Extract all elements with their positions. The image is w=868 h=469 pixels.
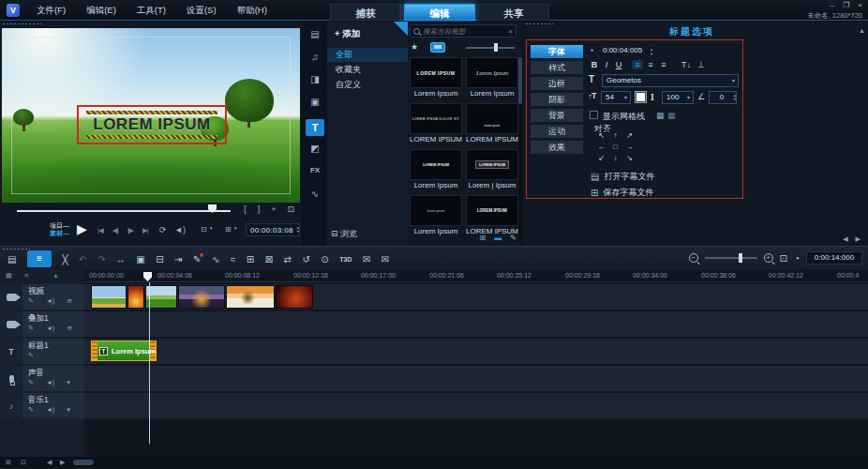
duration-spinner[interactable]: ▴▾ <box>651 48 652 56</box>
library-item[interactable]: LOREM IPSUM Lorem Ipsum <box>410 149 462 190</box>
thumbnail-view-icon[interactable] <box>430 42 445 53</box>
video-track-lane[interactable] <box>84 284 868 310</box>
fit-project-button[interactable]: ↔ <box>116 254 126 265</box>
save-subtitle-button[interactable]: ⊞ 保存字幕文件 <box>591 186 653 199</box>
playhead-marker[interactable] <box>143 272 152 281</box>
duration-value[interactable]: 0:00:04:005 <box>603 46 642 54</box>
fit-window-icon[interactable]: ⊡ <box>21 459 26 466</box>
video-clip-thumbnail[interactable] <box>276 285 313 309</box>
tab-style[interactable]: 样式 <box>531 61 583 74</box>
overlay-track-lane[interactable] <box>84 311 868 337</box>
import-media-icon[interactable]: ⊞ <box>480 234 486 242</box>
tab-edit[interactable]: 编辑 <box>404 4 475 21</box>
video-clip-thumbnail[interactable] <box>127 285 144 309</box>
vertical-text-button[interactable]: T↓ <box>679 60 694 69</box>
pencil-icon[interactable]: ✎ <box>28 406 34 414</box>
scroll-right-icon[interactable]: ▶ <box>856 235 861 243</box>
fit-timeline-window-icon[interactable]: ⊡ <box>780 253 787 264</box>
ripple-edit-icon[interactable]: ≋ <box>67 297 72 305</box>
line-spacing-select[interactable]: 100 ▾ <box>662 91 694 104</box>
motion-path-icon[interactable]: ∿ <box>303 189 327 199</box>
edit-title-icon[interactable]: ✎ <box>510 234 516 242</box>
music-track-lane[interactable] <box>84 393 868 418</box>
gallery-scrollbar[interactable] <box>518 57 522 241</box>
enlarge-dropdown-icon[interactable]: ▾ <box>234 225 237 231</box>
font-color-swatch[interactable] <box>635 91 647 103</box>
pencil-icon[interactable]: ✎ <box>28 297 34 305</box>
title-clip[interactable]: T Lorem Ipsum <box>91 340 157 361</box>
voice-track-lane[interactable] <box>84 366 868 391</box>
batch-convert-button[interactable]: ⇄ <box>284 254 292 265</box>
zoom-in-icon[interactable]: + <box>764 253 773 263</box>
align-right-center-button[interactable]: → <box>622 142 636 153</box>
slider-thumb[interactable] <box>739 253 742 263</box>
menu-tools[interactable]: 工具(T) <box>127 0 176 21</box>
trim-bar[interactable] <box>17 210 231 212</box>
minimize-button[interactable]: – <box>831 1 834 9</box>
show-grid-checkbox[interactable] <box>590 111 598 119</box>
scroll-left-icon[interactable]: ◀ <box>843 235 847 243</box>
preview-timecode[interactable]: 00:00:03:08 ▴▾ <box>246 223 300 236</box>
pencil-icon[interactable]: ✎ <box>28 352 34 359</box>
menu-edit[interactable]: 编辑(E) <box>76 0 127 21</box>
align-left-button[interactable]: ≡ <box>632 60 643 69</box>
safe-zone-button[interactable]: ⊡ <box>201 225 207 234</box>
track-manager-icon[interactable]: ⊞ <box>6 459 11 466</box>
record-capture-button[interactable]: ▣ <box>136 254 144 265</box>
motion-tracking-button[interactable]: ↺ <box>302 254 309 265</box>
align-center-center-button[interactable]: □ <box>608 142 622 153</box>
track-manager-button[interactable]: ⊠ <box>265 254 273 265</box>
timeline-view-button[interactable]: ≡ <box>27 250 52 267</box>
menu-settings[interactable]: 设置(S) <box>176 0 227 21</box>
project-scope-button[interactable]: 项目— <box>41 222 69 230</box>
template-icon[interactable]: ◩ <box>303 144 327 154</box>
clear-search-icon[interactable]: × <box>508 27 513 36</box>
zoom-out-icon[interactable]: − <box>689 253 698 263</box>
chevron-down-icon[interactable]: ▾ <box>67 406 70 414</box>
instant-project-icon[interactable]: ◨ <box>303 74 327 84</box>
undo-button[interactable]: ↶ <box>79 254 86 265</box>
chevron-down-icon[interactable]: ▾ <box>67 379 70 386</box>
tab-shadow[interactable]: 阴影 <box>531 93 583 106</box>
storyboard-view-button[interactable]: ▤ <box>7 254 16 265</box>
font-size-select[interactable]: 54 ▾ <box>601 91 631 104</box>
video-clip-thumbnail[interactable] <box>145 285 177 309</box>
title-selection-box[interactable]: LOREM IPSUM <box>77 105 227 144</box>
home-button[interactable]: |◀ <box>97 226 103 234</box>
ripple-edit-icon[interactable]: ≋ <box>67 325 72 332</box>
category-favorites[interactable]: 收藏夹 <box>327 63 408 77</box>
scroll-left-icon[interactable]: ◀ <box>47 459 52 466</box>
hscroll-handle[interactable] <box>73 460 94 465</box>
library-item[interactable]: Lorem Ipsum Lorem Ipsum <box>466 57 518 98</box>
split-clip-button[interactable]: ⊟ <box>156 254 163 265</box>
export-template2-button[interactable]: ✉ <box>382 254 389 265</box>
library-item[interactable]: LOREM IPSUM Lorem | Ipsum <box>466 149 518 190</box>
panel-drag-handle[interactable] <box>2 23 41 26</box>
rotation-input[interactable]: 0 ▴▾ <box>709 91 737 104</box>
pencil-icon[interactable]: ✎ <box>28 379 34 386</box>
sound-mixer-button[interactable]: ∿ <box>212 254 219 265</box>
library-item[interactable]: lorem ipsum Lorem Ipsum <box>410 195 462 236</box>
media-icon[interactable]: ▤ <box>303 29 327 39</box>
add-favorite-icon[interactable]: ★ <box>411 42 418 52</box>
video-clip-thumbnail[interactable] <box>91 285 127 309</box>
tab-effects[interactable]: 效果 <box>531 141 583 154</box>
title-text[interactable]: LOREM IPSUM <box>93 115 210 133</box>
tools-button[interactable]: ╳ <box>62 254 67 265</box>
export-template-button[interactable]: ✉ <box>363 254 370 265</box>
library-item[interactable]: LOREM IPSUM DOLOR SIT LOREM IPSUM ... <box>410 103 462 144</box>
close-button[interactable]: × <box>858 1 862 9</box>
restore-button[interactable]: ❐ <box>843 1 849 9</box>
enlarge-preview-button[interactable]: ⊞ <box>225 225 232 234</box>
tab-background[interactable]: 背景 <box>531 109 583 122</box>
play-button[interactable]: ▶ <box>77 221 87 236</box>
menu-file[interactable]: 文件(F) <box>26 0 76 21</box>
library-item[interactable]: LOREM IPSUM LOREM IPSUM <box>466 195 518 236</box>
library-item[interactable]: LOREM IPSUM Lorem Ipsum <box>410 57 462 98</box>
mark-out-button[interactable]: ] <box>258 204 261 214</box>
split-clip-button[interactable]: + <box>271 204 276 214</box>
search-input[interactable] <box>423 27 505 36</box>
underline-button[interactable]: U <box>613 60 624 69</box>
speaker-icon[interactable]: ◄) <box>46 297 54 305</box>
auto-music-button[interactable]: ≈ <box>231 254 236 265</box>
